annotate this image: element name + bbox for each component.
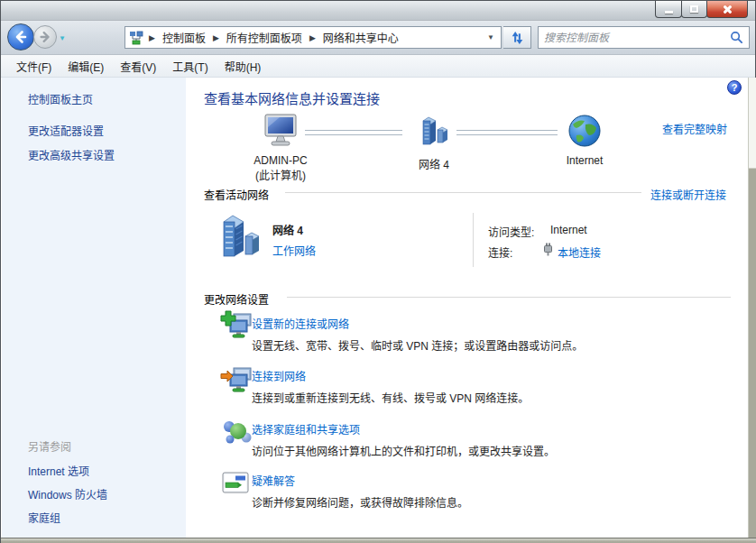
search-icon[interactable] — [730, 31, 743, 44]
map-node-label: 网络 4 — [398, 156, 470, 171]
sidebar-item-homegroup[interactable]: 家庭组 — [28, 510, 60, 525]
minimize-button[interactable] — [655, 1, 682, 18]
breadcrumb-separator-icon: ▶ — [207, 33, 225, 42]
back-arrow-icon — [13, 29, 29, 45]
refresh-icon — [511, 31, 524, 45]
active-network-icon — [215, 213, 263, 266]
map-node-label: ADMIN-PC — [240, 154, 321, 167]
map-connector-line — [305, 130, 402, 135]
forward-button[interactable] — [33, 25, 57, 49]
refresh-button[interactable] — [503, 26, 531, 49]
minimize-icon — [665, 11, 673, 14]
breadcrumb-all-items[interactable]: 所有控制面板项 — [225, 28, 304, 47]
breadcrumb-control-panel[interactable]: 控制面板 — [161, 28, 207, 47]
menu-help[interactable]: 帮助(H) — [217, 56, 270, 77]
menu-file[interactable]: 文件(F) — [8, 56, 60, 77]
window-frame-right — [748, 78, 756, 538]
navigation-toolbar: ▼ ▶ 控制面板 ▶ 所有控制面板项 ▶ 网络和共享中心 ▼ — [1, 21, 755, 55]
access-type-label: 访问类型: — [488, 224, 534, 239]
change-settings-header: 更改网络设置 — [204, 291, 269, 307]
map-node-label: Internet — [547, 154, 622, 167]
menu-bar: 文件(F) 编辑(E) 查看(V) 工具(T) 帮助(H) — [1, 55, 755, 78]
map-node-computer[interactable]: ADMIN-PC (此计算机) — [240, 114, 321, 182]
map-node-network[interactable]: 网络 4 — [398, 115, 470, 171]
page-title: 查看基本网络信息并设置连接 — [204, 88, 380, 107]
menu-tools[interactable]: 工具(T) — [164, 56, 216, 77]
access-type-value: Internet — [550, 224, 587, 236]
troubleshoot-desc: 诊断并修复网络问题，或获得故障排除信息。 — [252, 494, 468, 510]
back-button[interactable] — [7, 23, 34, 51]
sidebar: 控制面板主页 更改适配器设置 更改高级共享设置 另请参阅 Internet 选项… — [2, 78, 186, 538]
troubleshoot-link[interactable]: 疑难解答 — [252, 473, 295, 488]
homegroup-sharing-options-desc: 访问位于其他网络计算机上的文件和打印机，或更改共享设置。 — [252, 443, 555, 458]
connect-to-network-link[interactable]: 连接到网络 — [252, 368, 306, 383]
homegroup-sharing-options-link[interactable]: 选择家庭组和共享选项 — [252, 421, 360, 437]
globe-icon — [567, 114, 602, 148]
help-icon[interactable]: ? — [727, 80, 742, 95]
title-bar[interactable] — [1, 1, 755, 21]
sidebar-item-change-advanced-sharing[interactable]: 更改高级共享设置 — [28, 147, 115, 162]
sidebar-item-windows-firewall[interactable]: Windows 防火墙 — [28, 486, 107, 502]
active-network-divider — [473, 213, 474, 267]
active-networks-header: 查看活动网络 — [204, 187, 269, 202]
sidebar-item-change-adapter-settings[interactable]: 更改适配器设置 — [28, 123, 104, 138]
window-frame-bottom — [1, 538, 756, 543]
map-node-sublabel: (此计算机) — [240, 167, 321, 182]
close-icon — [723, 5, 733, 14]
section-rule — [287, 297, 731, 298]
active-network-name: 网络 4 — [272, 222, 303, 237]
maximize-icon — [690, 5, 698, 13]
menu-view[interactable]: 查看(V) — [112, 56, 164, 77]
setup-new-connection-link[interactable]: 设置新的连接或网络 — [252, 316, 349, 331]
local-connection-link[interactable]: 本地连接 — [558, 244, 601, 260]
close-button[interactable] — [706, 1, 748, 18]
menu-edit[interactable]: 编辑(E) — [60, 56, 112, 77]
connect-disconnect-link[interactable]: 连接或断开连接 — [650, 187, 726, 202]
network-icon — [416, 115, 452, 150]
troubleshoot-icon — [222, 471, 251, 499]
view-full-map-link[interactable]: 查看完整映射 — [644, 121, 727, 136]
map-node-internet[interactable]: Internet — [547, 114, 622, 167]
sidebar-item-control-panel-home[interactable]: 控制面板主页 — [28, 91, 93, 106]
network-type-link[interactable]: 工作网络 — [272, 243, 316, 258]
maximize-button[interactable] — [681, 1, 707, 18]
sidebar-see-also-header: 另请参阅 — [28, 438, 71, 454]
connect-to-network-desc: 连接到或重新连接到无线、有线、拨号或 VPN 网络连接。 — [252, 390, 529, 405]
section-rule — [285, 192, 641, 193]
recent-pages-chevron-icon[interactable]: ▼ — [59, 34, 66, 42]
ethernet-plug-icon — [543, 243, 553, 256]
setup-new-connection-desc: 设置无线、宽带、拨号、临时或 VPN 连接；或设置路由器或访问点。 — [252, 337, 583, 353]
network-location-icon — [129, 31, 143, 45]
breadcrumb-separator-icon: ▶ — [304, 33, 321, 42]
connect-to-network-icon — [220, 364, 253, 398]
breadcrumb-separator-icon: ▶ — [143, 33, 161, 42]
address-dropdown-icon[interactable]: ▼ — [487, 33, 497, 41]
window-controls — [656, 1, 748, 18]
connections-label: 连接: — [488, 244, 512, 260]
main-content: ? 查看基本网络信息并设置连接 ADMIN-PC (此计算机) — [186, 78, 748, 538]
new-connection-icon — [220, 310, 253, 344]
map-connector-line — [456, 130, 558, 135]
sidebar-item-internet-options[interactable]: Internet 选项 — [28, 463, 89, 478]
forward-arrow-icon — [38, 30, 52, 44]
breadcrumb-network-sharing-center[interactable]: 网络和共享中心 — [321, 28, 401, 47]
search-input[interactable] — [544, 32, 730, 44]
computer-icon — [260, 114, 301, 148]
network-sharing-center-window: ▼ ▶ 控制面板 ▶ 所有控制面板项 ▶ 网络和共享中心 ▼ — [0, 0, 756, 543]
address-bar[interactable]: ▶ 控制面板 ▶ 所有控制面板项 ▶ 网络和共享中心 ▼ — [124, 26, 502, 49]
homegroup-icon — [222, 419, 253, 448]
search-box — [538, 26, 750, 49]
